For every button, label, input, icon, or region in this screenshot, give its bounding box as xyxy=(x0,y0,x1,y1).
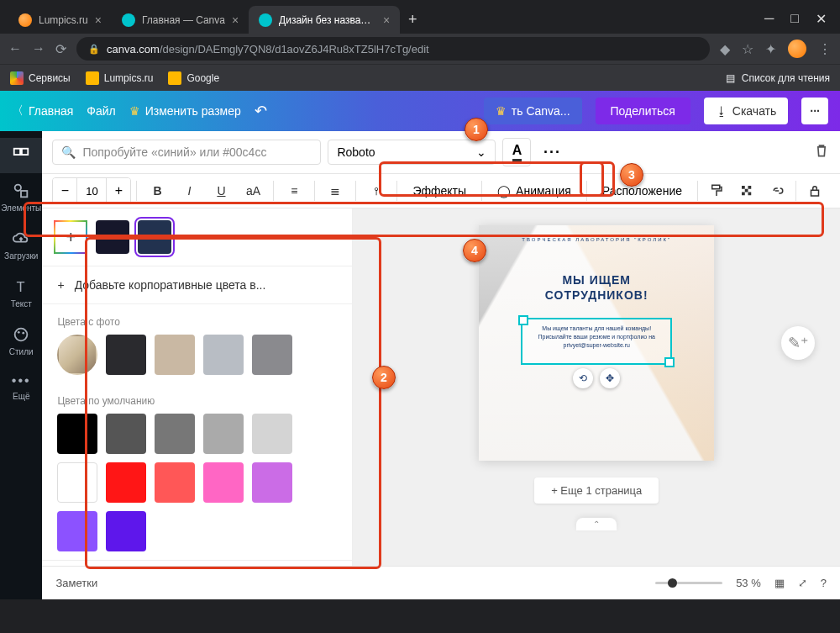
color-swatch[interactable] xyxy=(252,462,292,503)
underline-button[interactable]: U xyxy=(206,177,236,204)
more-button[interactable]: ··· xyxy=(801,98,828,124)
bookmark-lumpics[interactable]: Lumpics.ru xyxy=(86,71,154,85)
color-swatch[interactable] xyxy=(96,220,129,254)
home-button[interactable]: 〈Главная xyxy=(12,103,73,119)
resize-button[interactable]: ♛Изменить размер xyxy=(129,104,241,118)
file-menu[interactable]: Файл xyxy=(87,104,115,118)
add-palette-row[interactable]: Добавьте другую палитру ♛LEARN MORE xyxy=(42,560,352,566)
add-page-button[interactable]: + Еще 1 страница xyxy=(534,477,659,504)
color-swatch[interactable] xyxy=(155,414,195,454)
effects-button[interactable]: Эффекты xyxy=(402,179,476,203)
color-swatch[interactable] xyxy=(57,414,97,454)
font-select[interactable]: Roboto ⌄ xyxy=(328,140,496,165)
canvas-area[interactable]: ТВОРЧЕСКАЯ ЛАБОРАТОРИЯ "КРОЛИК" МЫ ИЩЕМС… xyxy=(353,208,840,566)
menu-icon[interactable]: ⋮ xyxy=(818,41,832,57)
share-button[interactable]: Поделиться xyxy=(596,98,690,124)
new-tab-button[interactable]: + xyxy=(400,6,426,34)
forward-button[interactable]: → xyxy=(32,41,45,56)
close-icon[interactable]: × xyxy=(232,13,239,27)
selected-textbox[interactable]: Мы ищем таланты для нашей команды! Присы… xyxy=(521,318,672,365)
case-button[interactable]: aA xyxy=(238,177,268,204)
lock-button[interactable] xyxy=(800,177,830,204)
color-swatch[interactable] xyxy=(203,462,244,503)
color-search-input[interactable]: 🔍 Попробуйте «синий» или #00c4cc xyxy=(52,140,321,165)
reload-button[interactable]: ⟳ xyxy=(55,41,66,57)
bold-button[interactable]: B xyxy=(142,177,172,204)
decrease-button[interactable]: − xyxy=(53,178,76,203)
delete-button[interactable] xyxy=(813,142,830,162)
help-button[interactable]: ? xyxy=(821,577,827,589)
italic-button[interactable]: I xyxy=(174,177,204,204)
color-swatch[interactable] xyxy=(57,462,97,503)
close-icon[interactable]: × xyxy=(95,13,102,27)
font-size-input[interactable] xyxy=(76,178,107,203)
list-button[interactable]: ≣ xyxy=(320,177,350,204)
color-swatch[interactable] xyxy=(106,414,146,454)
bookmark-google[interactable]: Google xyxy=(168,71,219,85)
more-options-button[interactable]: ··· xyxy=(538,138,566,166)
color-swatch[interactable] xyxy=(106,462,146,503)
bookmark-apps[interactable]: Сервисы xyxy=(10,71,71,85)
omnibox[interactable]: 🔒 canva.com/design/DAEmgly7QN8/d1aovZ6J4… xyxy=(76,37,710,61)
copy-style-button[interactable] xyxy=(701,177,732,204)
close-icon[interactable]: × xyxy=(383,13,390,27)
tab-canva-home[interactable]: Главная — Canva × xyxy=(112,6,249,34)
font-size-stepper[interactable]: − + xyxy=(52,177,131,204)
try-canva-button[interactable]: ♛ть Canva... xyxy=(484,98,582,124)
color-swatch[interactable] xyxy=(106,511,146,551)
comment-button[interactable]: ✎⁺ xyxy=(781,326,815,360)
color-swatch[interactable] xyxy=(106,335,146,375)
back-button[interactable]: ← xyxy=(8,41,22,56)
color-swatch[interactable] xyxy=(252,335,292,375)
extension-icon[interactable]: ✦ xyxy=(765,41,776,57)
sidebar-item-styles[interactable]: Стили xyxy=(0,317,42,365)
color-swatch[interactable] xyxy=(155,462,195,503)
sidebar-item-uploads[interactable]: Загрузки xyxy=(0,221,42,269)
link-button[interactable] xyxy=(762,177,792,204)
align-button[interactable]: ≡ xyxy=(279,177,309,204)
add-color-button[interactable]: + xyxy=(54,220,87,254)
sidebar-item-templates[interactable] xyxy=(0,138,42,173)
photo-thumb[interactable] xyxy=(57,335,97,375)
zoom-value[interactable]: 53 % xyxy=(736,577,761,589)
tab-label: Lumpics.ru xyxy=(39,14,88,26)
sidebar-item-more[interactable]: •••Ещё xyxy=(0,365,42,409)
templates-icon xyxy=(12,146,30,165)
close-window-icon[interactable]: ✕ xyxy=(816,11,827,27)
animation-button[interactable]: ◯Анимация xyxy=(487,179,581,203)
zoom-slider[interactable] xyxy=(655,582,722,584)
move-handle[interactable]: ✥ xyxy=(600,368,620,388)
lighthouse-icon[interactable]: ◆ xyxy=(720,41,730,57)
rotate-handle[interactable]: ⟲ xyxy=(573,368,593,388)
profile-avatar[interactable] xyxy=(788,40,806,58)
position-button[interactable]: Расположение xyxy=(592,179,692,203)
color-swatch-selected[interactable] xyxy=(138,220,171,254)
text-color-button[interactable]: A xyxy=(502,138,531,166)
body: + + Добавьте корпоративные цвета в... Цв… xyxy=(42,208,840,566)
transparency-button[interactable] xyxy=(732,177,762,204)
download-button[interactable]: ⭳Скачать xyxy=(704,98,789,124)
brand-colors-row[interactable]: + Добавьте корпоративные цвета в... xyxy=(42,266,352,304)
color-swatch[interactable] xyxy=(203,414,244,454)
color-swatch[interactable] xyxy=(155,335,195,375)
minimize-icon[interactable]: ─ xyxy=(764,11,774,27)
reading-list-button[interactable]: Список для чтения xyxy=(742,72,830,84)
maximize-icon[interactable]: □ xyxy=(790,11,799,27)
sidebar-item-text[interactable]: TТекст xyxy=(0,269,42,317)
sidebar-item-elements[interactable]: Элементы xyxy=(0,173,42,221)
increase-button[interactable]: + xyxy=(107,178,130,203)
grid-view-button[interactable]: ▦ xyxy=(774,577,785,589)
fullscreen-button[interactable]: ⤢ xyxy=(798,577,807,589)
star-icon[interactable]: ☆ xyxy=(742,41,753,57)
color-swatch[interactable] xyxy=(252,414,292,454)
notes-button[interactable]: Заметки xyxy=(55,577,97,589)
color-swatch[interactable] xyxy=(57,511,97,551)
tab-canva-design[interactable]: Дизайн без названия — Invitat × xyxy=(249,6,400,34)
textbox-content: Мы ищем таланты для нашей команды! Присы… xyxy=(538,325,654,348)
spacing-button[interactable]: ⫯ xyxy=(361,177,391,204)
color-swatch[interactable] xyxy=(203,335,244,375)
expand-pages-button[interactable]: ⌃ xyxy=(576,518,617,530)
tab-lumpics[interactable]: Lumpics.ru × xyxy=(8,6,112,34)
undo-button[interactable]: ↶ xyxy=(255,102,267,120)
design-page[interactable]: ТВОРЧЕСКАЯ ЛАБОРАТОРИЯ "КРОЛИК" МЫ ИЩЕМС… xyxy=(479,225,714,461)
